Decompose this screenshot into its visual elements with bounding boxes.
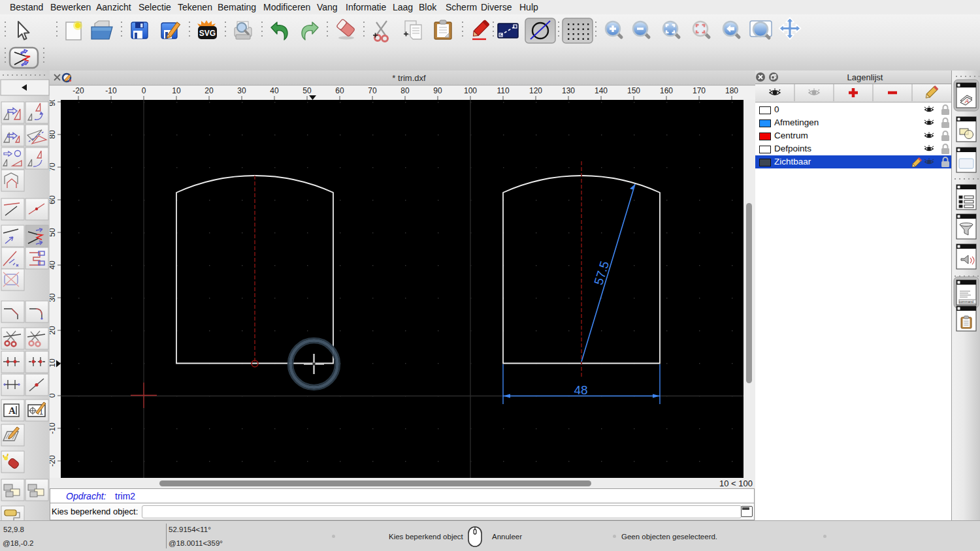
svg-text:180: 180 (725, 86, 738, 95)
svg-text:10: 10 (50, 358, 57, 368)
svg-text:90: 90 (433, 86, 442, 95)
svg-text:30: 30 (237, 86, 246, 95)
svg-text:-10: -10 (50, 422, 57, 434)
svg-text:70: 70 (368, 86, 377, 95)
svg-text:70: 70 (50, 163, 57, 172)
svg-text:120: 120 (529, 86, 542, 95)
svg-text:30: 30 (50, 293, 57, 302)
svg-text:80: 80 (400, 86, 410, 95)
svg-text:0: 0 (142, 86, 146, 95)
svg-text:170: 170 (693, 86, 706, 95)
svg-text:-20: -20 (73, 86, 84, 95)
svg-text:0: 0 (50, 393, 57, 398)
svg-text:20: 20 (204, 86, 214, 95)
svg-text:command: command (959, 300, 973, 304)
svg-text:100: 100 (464, 86, 477, 95)
svg-text:160: 160 (660, 86, 673, 95)
svg-text:-10: -10 (105, 86, 117, 95)
svg-text:140: 140 (595, 86, 608, 95)
svg-text:110: 110 (497, 86, 509, 95)
svg-text:80: 80 (50, 130, 57, 139)
svg-text:50: 50 (50, 228, 57, 237)
svg-text:40: 40 (270, 86, 279, 95)
svg-text:60: 60 (50, 195, 57, 204)
svg-text:50: 50 (302, 86, 312, 95)
svg-text:40: 40 (50, 260, 57, 270)
svg-text:20: 20 (50, 326, 57, 335)
svg-text:90: 90 (50, 100, 57, 106)
svg-text:10: 10 (172, 86, 181, 95)
svg-text:48: 48 (574, 383, 587, 397)
svg-text:A: A (8, 405, 16, 416)
svg-text:150: 150 (627, 86, 640, 95)
svg-text:A: A (964, 98, 969, 104)
svg-text:SVG: SVG (199, 29, 216, 38)
svg-text:-20: -20 (50, 455, 57, 467)
svg-text:60: 60 (335, 86, 344, 95)
svg-text:130: 130 (562, 86, 575, 95)
